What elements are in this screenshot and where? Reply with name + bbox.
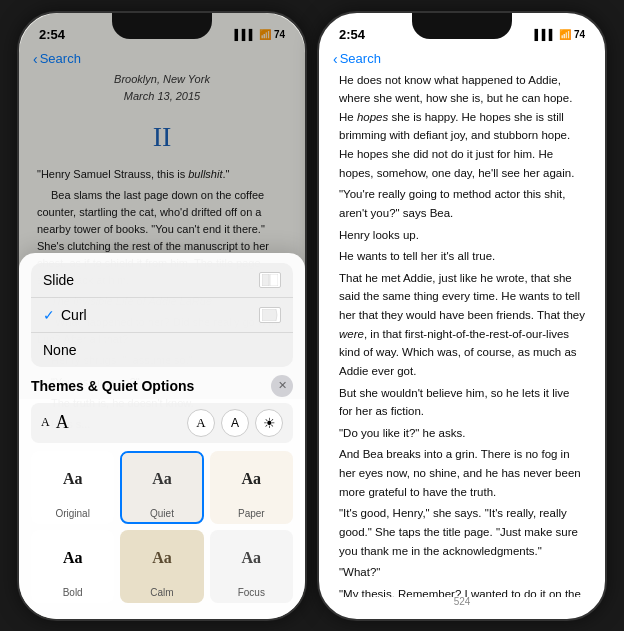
theme-paper[interactable]: Aa Paper: [210, 451, 293, 524]
theme-calm-label: Calm: [122, 584, 201, 601]
close-button[interactable]: ✕: [271, 375, 293, 397]
theme-paper-label: Paper: [212, 505, 291, 522]
theme-original-preview: Aa: [33, 453, 112, 505]
nav-bar-right[interactable]: ‹ Search: [319, 49, 605, 71]
time-right: 2:54: [339, 27, 365, 42]
phone-notch: [112, 13, 212, 39]
transition-options: Slide ✓ Curl None: [31, 263, 293, 367]
font-small: A: [41, 415, 50, 430]
back-button-right[interactable]: ‹ Search: [333, 51, 381, 67]
theme-quiet-preview: Aa: [122, 453, 201, 505]
right-phone: 2:54 ▌▌▌ 📶 74 ‹ Search He does not know …: [317, 11, 607, 621]
theme-original[interactable]: Aa Original: [31, 451, 114, 524]
r-para-7: And Bea breaks into a grin. There is no …: [339, 445, 585, 501]
signal-icon-right: ▌▌▌: [535, 29, 556, 40]
slide-label: Slide: [43, 272, 74, 288]
theme-quiet[interactable]: Aa Quiet: [120, 451, 203, 524]
battery-right: 74: [574, 29, 585, 40]
curl-icon: [259, 307, 281, 323]
back-label-right: Search: [340, 51, 381, 66]
status-icons-right: ▌▌▌ 📶 74: [535, 29, 585, 40]
theme-bold[interactable]: Aa Bold: [31, 530, 114, 603]
theme-paper-preview: Aa: [212, 453, 291, 505]
r-para-1: "You're really going to method actor thi…: [339, 185, 585, 222]
phone-notch-right: [412, 13, 512, 39]
svg-rect-0: [262, 274, 269, 286]
theme-original-label: Original: [33, 505, 112, 522]
themes-header: Themes & Quiet Options ✕: [31, 375, 293, 397]
page-number: 524: [454, 596, 471, 607]
r-para-2: Henry looks up.: [339, 226, 585, 245]
font-sans-button[interactable]: A: [221, 409, 249, 437]
left-phone: 2:54 ▌▌▌ 📶 74 ‹ Search Brooklyn, New Yor…: [17, 11, 307, 621]
theme-bold-label: Bold: [33, 584, 112, 601]
theme-grid: Aa Original Aa Quiet Aa Paper Aa Bold Aa: [31, 451, 293, 603]
wifi-icon-right: 📶: [559, 29, 571, 40]
theme-quiet-label: Quiet: [122, 505, 201, 522]
book-content-right: He does not know what happened to Addie,…: [319, 71, 605, 597]
overlay-panel: Slide ✓ Curl None: [19, 253, 305, 619]
transition-curl[interactable]: ✓ Curl: [31, 298, 293, 333]
transition-slide[interactable]: Slide: [31, 263, 293, 298]
r-para-0: He does not know what happened to Addie,…: [339, 71, 585, 183]
r-para-6: "Do you like it?" he asks.: [339, 424, 585, 443]
theme-focus-preview: Aa: [212, 532, 291, 584]
theme-focus-label: Focus: [212, 584, 291, 601]
themes-title: Themes & Quiet Options: [31, 378, 194, 394]
curl-check: ✓: [43, 307, 55, 323]
r-para-5: But she wouldn't believe him, so he lets…: [339, 384, 585, 421]
curl-label: Curl: [61, 307, 87, 323]
r-para-9: "What?": [339, 563, 585, 582]
transition-none[interactable]: None: [31, 333, 293, 367]
none-label: None: [43, 342, 76, 358]
r-para-8: "It's good, Henry," she says. "It's real…: [339, 504, 585, 560]
theme-calm[interactable]: Aa Calm: [120, 530, 203, 603]
font-serif-button[interactable]: A: [187, 409, 215, 437]
theme-focus[interactable]: Aa Focus: [210, 530, 293, 603]
font-large: A: [56, 412, 69, 433]
back-chevron-right: ‹: [333, 51, 338, 67]
brightness-button[interactable]: ☀: [255, 409, 283, 437]
r-para-3: He wants to tell her it's all true.: [339, 247, 585, 266]
svg-rect-1: [270, 274, 278, 286]
r-para-4: That he met Addie, just like he wrote, t…: [339, 269, 585, 381]
theme-bold-preview: Aa: [33, 532, 112, 584]
slide-icon: [259, 272, 281, 288]
font-controls: A A A A ☀: [31, 403, 293, 443]
theme-calm-preview: Aa: [122, 532, 201, 584]
